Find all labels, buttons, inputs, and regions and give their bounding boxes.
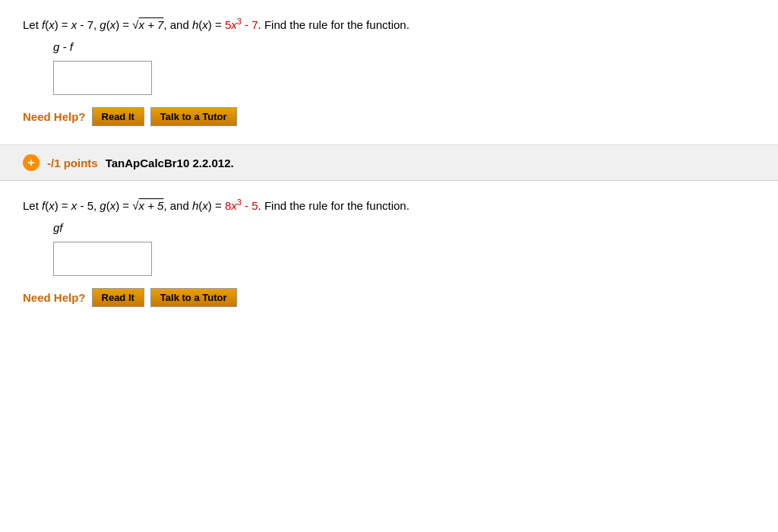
section-1: Let f(x) = x - 7, g(x) = √x + 7, and h(x…: [0, 0, 778, 145]
talk-tutor-button-1[interactable]: Talk to a Tutor: [150, 107, 237, 126]
talk-tutor-button-2[interactable]: Talk to a Tutor: [150, 288, 237, 307]
read-it-button-1[interactable]: Read It: [92, 107, 144, 126]
need-help-label-2: Need Help?: [23, 291, 86, 304]
section-2-header: + -/1 points TanApCalcBr10 2.2.012.: [0, 145, 778, 181]
points-label: -/1 points: [47, 157, 98, 169]
plus-circle: +: [23, 154, 40, 171]
answer-input-1[interactable]: [53, 61, 152, 95]
function-label-1: g - f: [53, 40, 755, 53]
problem-text-2: Let f(x) = x - 5, g(x) = √x + 5, and h(x…: [23, 196, 755, 215]
need-help-row-2: Need Help? Read It Talk to a Tutor: [23, 288, 755, 307]
need-help-label-1: Need Help?: [23, 110, 86, 123]
problem-text-1: Let f(x) = x - 7, g(x) = √x + 7, and h(x…: [23, 15, 755, 34]
function-label-2: gf: [53, 221, 755, 234]
section-2: Let f(x) = x - 5, g(x) = √x + 5, and h(x…: [0, 181, 778, 325]
read-it-button-2[interactable]: Read It: [92, 288, 144, 307]
problem-id: TanApCalcBr10 2.2.012.: [106, 157, 234, 169]
answer-input-2[interactable]: [53, 242, 152, 276]
need-help-row-1: Need Help? Read It Talk to a Tutor: [23, 107, 755, 126]
